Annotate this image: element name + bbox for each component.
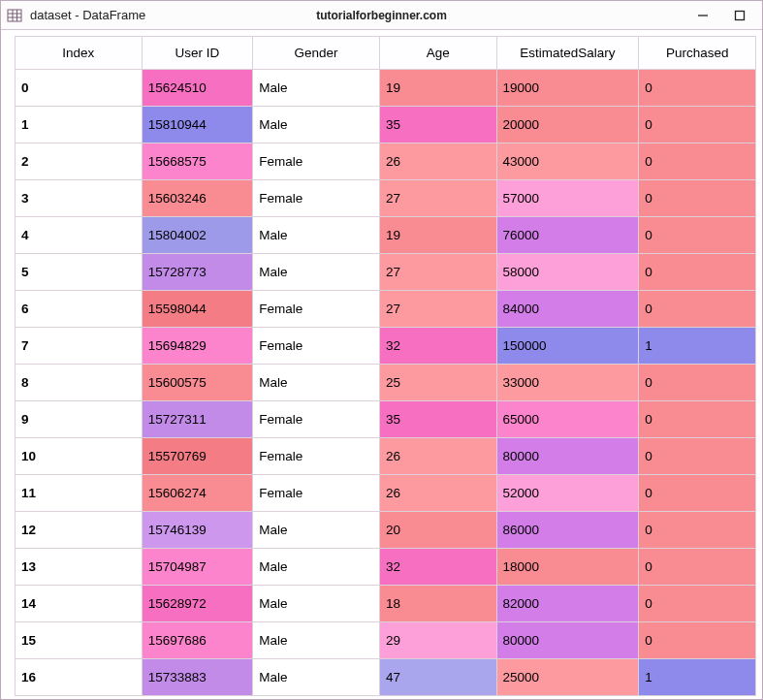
table-row[interactable]: 715694829Female321500001	[16, 328, 756, 365]
cell-userid[interactable]: 15728773	[142, 254, 253, 291]
cell-userid[interactable]: 15697686	[142, 622, 253, 659]
cell-userid[interactable]: 15668575	[142, 143, 253, 180]
cell-index[interactable]: 6	[16, 291, 143, 328]
cell-purchased[interactable]: 0	[639, 217, 756, 254]
cell-gender[interactable]: Male	[253, 107, 380, 143]
cell-gender[interactable]: Female	[253, 291, 380, 328]
cell-gender[interactable]: Male	[253, 70, 380, 107]
table-row[interactable]: 515728773Male27580000	[16, 254, 756, 291]
cell-purchased[interactable]: 0	[639, 401, 756, 438]
cell-age[interactable]: 32	[379, 549, 496, 586]
table-row[interactable]: 615598044Female27840000	[16, 291, 756, 328]
cell-salary[interactable]: 52000	[496, 475, 639, 512]
cell-salary[interactable]: 20000	[496, 107, 639, 143]
cell-userid[interactable]: 15694829	[142, 328, 253, 365]
cell-gender[interactable]: Male	[253, 217, 380, 254]
cell-age[interactable]: 27	[379, 254, 496, 291]
cell-index[interactable]: 15	[16, 622, 143, 659]
cell-age[interactable]: 26	[379, 143, 496, 180]
cell-salary[interactable]: 18000	[496, 549, 639, 586]
cell-index[interactable]: 1	[16, 107, 143, 143]
cell-salary[interactable]: 84000	[496, 291, 639, 328]
cell-purchased[interactable]: 0	[639, 475, 756, 512]
cell-userid[interactable]: 15600575	[142, 365, 253, 401]
cell-age[interactable]: 47	[379, 659, 496, 696]
cell-purchased[interactable]: 0	[639, 586, 756, 622]
cell-userid[interactable]: 15570769	[142, 438, 253, 475]
cell-purchased[interactable]: 1	[639, 659, 756, 696]
cell-gender[interactable]: Female	[253, 401, 380, 438]
cell-age[interactable]: 19	[379, 217, 496, 254]
cell-purchased[interactable]: 0	[639, 438, 756, 475]
cell-index[interactable]: 0	[16, 70, 143, 107]
cell-purchased[interactable]: 0	[639, 622, 756, 659]
cell-userid[interactable]: 15628972	[142, 586, 253, 622]
cell-purchased[interactable]: 0	[639, 512, 756, 549]
cell-index[interactable]: 16	[16, 659, 143, 696]
cell-index[interactable]: 7	[16, 328, 143, 365]
cell-purchased[interactable]: 0	[639, 143, 756, 180]
cell-userid[interactable]: 15727311	[142, 401, 253, 438]
cell-purchased[interactable]: 1	[639, 328, 756, 365]
cell-age[interactable]: 29	[379, 622, 496, 659]
cell-userid[interactable]: 15733883	[142, 659, 253, 696]
table-row[interactable]: 415804002Male19760000	[16, 217, 756, 254]
col-header-index[interactable]: Index	[16, 37, 143, 70]
table-row[interactable]: 1015570769Female26800000	[16, 438, 756, 475]
cell-gender[interactable]: Male	[253, 622, 380, 659]
cell-salary[interactable]: 65000	[496, 401, 639, 438]
cell-purchased[interactable]: 0	[639, 291, 756, 328]
cell-gender[interactable]: Female	[253, 143, 380, 180]
table-row[interactable]: 1115606274Female26520000	[16, 475, 756, 512]
table-row[interactable]: 815600575Male25330000	[16, 365, 756, 401]
cell-age[interactable]: 20	[379, 512, 496, 549]
cell-purchased[interactable]: 0	[639, 70, 756, 107]
cell-index[interactable]: 11	[16, 475, 143, 512]
cell-index[interactable]: 2	[16, 143, 143, 180]
table-row[interactable]: 1615733883Male47250001	[16, 659, 756, 696]
cell-salary[interactable]: 43000	[496, 143, 639, 180]
col-header-userid[interactable]: User ID	[142, 37, 253, 70]
table-row[interactable]: 015624510Male19190000	[16, 70, 756, 107]
table-row[interactable]: 115810944Male35200000	[16, 107, 756, 143]
cell-index[interactable]: 4	[16, 217, 143, 254]
cell-age[interactable]: 27	[379, 180, 496, 217]
col-header-salary[interactable]: EstimatedSalary	[496, 37, 639, 70]
table-row[interactable]: 1215746139Male20860000	[16, 512, 756, 549]
cell-index[interactable]: 3	[16, 180, 143, 217]
minimize-button[interactable]	[696, 9, 710, 22]
cell-gender[interactable]: Female	[253, 438, 380, 475]
cell-gender[interactable]: Male	[253, 365, 380, 401]
cell-salary[interactable]: 76000	[496, 217, 639, 254]
cell-gender[interactable]: Male	[253, 254, 380, 291]
cell-age[interactable]: 32	[379, 328, 496, 365]
cell-purchased[interactable]: 0	[639, 107, 756, 143]
cell-age[interactable]: 35	[379, 401, 496, 438]
col-header-gender[interactable]: Gender	[253, 37, 380, 70]
dataframe-table[interactable]: Index User ID Gender Age EstimatedSalary…	[15, 36, 756, 696]
cell-userid[interactable]: 15704987	[142, 549, 253, 586]
col-header-age[interactable]: Age	[379, 37, 496, 70]
cell-age[interactable]: 26	[379, 438, 496, 475]
cell-age[interactable]: 25	[379, 365, 496, 401]
cell-userid[interactable]: 15804002	[142, 217, 253, 254]
cell-salary[interactable]: 150000	[496, 328, 639, 365]
cell-index[interactable]: 10	[16, 438, 143, 475]
cell-index[interactable]: 9	[16, 401, 143, 438]
table-row[interactable]: 315603246Female27570000	[16, 180, 756, 217]
cell-salary[interactable]: 25000	[496, 659, 639, 696]
maximize-button[interactable]	[733, 9, 747, 22]
col-header-purchased[interactable]: Purchased	[639, 37, 756, 70]
table-row[interactable]: 915727311Female35650000	[16, 401, 756, 438]
cell-userid[interactable]: 15624510	[142, 70, 253, 107]
cell-salary[interactable]: 57000	[496, 180, 639, 217]
table-row[interactable]: 1415628972Male18820000	[16, 586, 756, 622]
cell-gender[interactable]: Male	[253, 512, 380, 549]
cell-gender[interactable]: Male	[253, 549, 380, 586]
cell-salary[interactable]: 86000	[496, 512, 639, 549]
cell-userid[interactable]: 15598044	[142, 291, 253, 328]
cell-age[interactable]: 35	[379, 107, 496, 143]
cell-salary[interactable]: 19000	[496, 70, 639, 107]
cell-index[interactable]: 12	[16, 512, 143, 549]
cell-userid[interactable]: 15606274	[142, 475, 253, 512]
